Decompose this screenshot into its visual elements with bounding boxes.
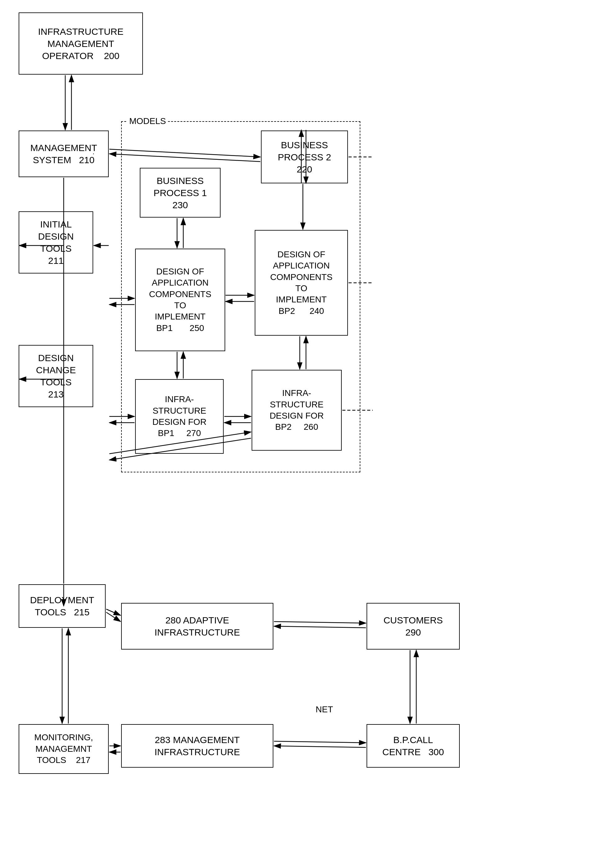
svg-line-36	[274, 626, 366, 628]
adaptive-infra-box: 280 ADAPTIVEINFRASTRUCTURE	[121, 603, 273, 650]
customers-box: CUSTOMERS290	[366, 603, 460, 650]
design-app-bp2-box: DESIGN OFAPPLICATIONCOMPONENTSTOIMPLEMEN…	[255, 230, 348, 336]
mgmt-infra-box: 283 MANAGEMENTINFRASTRUCTURE	[121, 724, 273, 768]
svg-line-31	[106, 612, 120, 622]
svg-line-38	[274, 746, 366, 747]
svg-line-37	[274, 741, 366, 743]
net-label: NET	[314, 704, 335, 715]
deployment-tools-box: DEPLOYMENTTOOLS 215	[19, 584, 106, 628]
business-process-1-box: BUSINESSPROCESS 1230	[140, 168, 221, 217]
design-app-bp1-box: DESIGN OFAPPLICATIONCOMPONENTSTOIMPLEMEN…	[135, 248, 225, 351]
svg-line-35	[274, 622, 366, 623]
bp-call-centre-box: B.P.CALLCENTRE 300	[366, 724, 460, 768]
business-process-2-box: BUSINESSPROCESS 2220	[261, 131, 348, 183]
svg-line-32	[106, 609, 120, 615]
infra-mgmt-operator-box: INFRASTRUCTUREMANAGEMENTOPERATOR 200	[19, 12, 143, 75]
models-label: MODELS	[127, 116, 168, 127]
infra-design-bp2-box: INFRA-STRUCTUREDESIGN FORBP2 260	[252, 370, 342, 451]
initial-design-tools-box: INITIALDESIGNTOOLS211	[19, 211, 93, 273]
infra-design-bp1-box: INFRA-STRUCTUREDESIGN FORBP1 270	[135, 379, 224, 454]
design-change-tools-box: DESIGNCHANGETOOLS213	[19, 345, 93, 407]
monitoring-tools-box: MONITORING,MANAGEMNTTOOLS 217	[19, 724, 109, 774]
management-system-box: MANAGEMENTSYSTEM 210	[19, 131, 109, 177]
